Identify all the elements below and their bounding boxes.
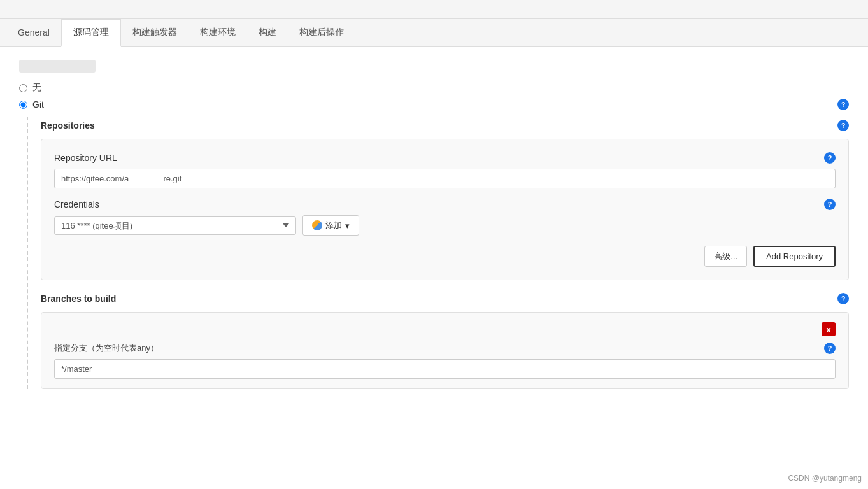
git-left: Git [19,99,44,110]
top-bar [0,0,868,19]
branch-label-row: 指定分支（为空时代表any） ? [54,343,836,354]
repo-url-label-row: Repository URL ? [54,152,836,164]
radio-git[interactable]: Git [19,99,44,110]
branch-input[interactable] [54,359,836,379]
add-button-label: 添加 [325,220,342,231]
branches-title: Branches to build [41,294,116,304]
branches-header: Branches to build ? [41,293,849,304]
main-content: 无 Git ? Repositories ? [0,47,868,402]
tab-build-env[interactable]: 构建环境 [189,19,247,47]
action-buttons: 高级... Add Repository [54,246,836,267]
branches-section: Branches to build ? x 指定分支（为空时代表any） ? [41,293,849,389]
add-button-icon [312,220,322,230]
git-row: Git ? [19,99,849,110]
tab-post-build[interactable]: 构建后操作 [288,19,355,47]
radio-none-input[interactable] [19,84,27,92]
credentials-help-icon[interactable]: ? [824,199,836,210]
branch-card: x 指定分支（为空时代表any） ? [41,312,849,389]
repositories-title: Repositories [41,120,95,131]
repo-card: Repository URL ? Credentials ? 116 **** [41,139,849,280]
advanced-button[interactable]: 高级... [704,246,747,267]
delete-branch-button[interactable]: x [822,322,836,336]
branch-label-text: 指定分支（为空时代表any） [54,343,159,354]
tab-source-management[interactable]: 源码管理 [61,19,121,47]
credentials-field: Credentials ? 116 **** (qitee项目) 添加 ▾ [54,199,836,236]
repositories-help-icon[interactable]: ? [837,120,849,131]
tab-general[interactable]: General [6,19,61,47]
branch-field-help-icon[interactable]: ? [824,343,836,354]
branch-card-header: x [54,322,836,336]
add-button-dropdown-icon: ▾ [345,221,350,230]
add-credentials-button[interactable]: 添加 ▾ [302,215,359,236]
branches-help-icon[interactable]: ? [837,293,849,304]
credentials-label: Credentials [54,199,99,209]
credentials-select[interactable]: 116 **** (qitee项目) [54,216,296,235]
radio-git-input[interactable] [19,101,27,109]
radio-group: 无 Git ? [19,82,849,110]
breadcrumb [19,60,96,73]
tabs-bar: General 源码管理 构建触发器 构建环境 构建 构建后操作 [0,19,868,47]
credentials-label-row: Credentials ? [54,199,836,210]
tab-build[interactable]: 构建 [247,19,288,47]
add-repository-button[interactable]: Add Repository [753,246,836,267]
tab-build-trigger[interactable]: 构建触发器 [121,19,189,47]
watermark: CSDN @yutangmeng [788,474,862,483]
git-help-icon[interactable]: ? [837,99,849,110]
indent-section: Repositories ? Repository URL ? Credenti… [27,117,849,389]
repositories-section-header: Repositories ? [41,120,849,131]
repo-url-label: Repository URL [54,153,117,163]
radio-git-label: Git [32,99,44,110]
repo-url-input[interactable] [54,169,836,188]
repo-url-field: Repository URL ? [54,152,836,188]
credentials-row: 116 **** (qitee项目) 添加 ▾ [54,215,836,236]
repo-url-help-icon[interactable]: ? [824,152,836,164]
radio-none[interactable]: 无 [19,82,849,94]
radio-none-label: 无 [32,82,41,94]
